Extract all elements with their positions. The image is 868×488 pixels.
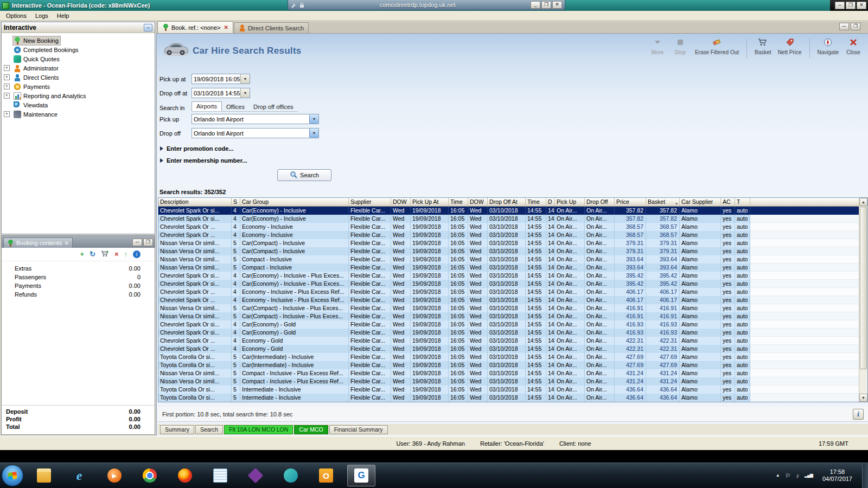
taskbar-app-button[interactable] <box>206 465 234 486</box>
result-row[interactable]: Nissan Versa Or simil...5Compact - Inclu… <box>158 255 859 264</box>
taskbar-app-button[interactable] <box>30 465 58 486</box>
tree-item[interactable]: Payments <box>2 82 155 91</box>
booking-contents-row[interactable]: Extras 0.00 <box>2 265 155 274</box>
expand-icon[interactable] <box>4 93 10 99</box>
tree-item[interactable]: Viewdata <box>2 100 155 110</box>
result-row[interactable]: Nissan Versa Or simil...5Car(Compact) - … <box>158 247 859 255</box>
result-row[interactable]: Chevrolet Spark Or ...4Economy - Inclusi… <box>158 223 859 231</box>
tree-item[interactable]: Direct Clients <box>2 73 155 82</box>
refresh-icon[interactable]: ↻ <box>90 251 95 258</box>
network-icon[interactable]: ▂▄▆ <box>805 472 813 479</box>
close-button[interactable]: Close <box>845 38 861 55</box>
expand-icon[interactable] <box>4 84 10 89</box>
tab-close-icon[interactable]: ✕ <box>64 240 68 246</box>
taskbar-clock[interactable]: 17:58 04/07/2017 <box>818 468 857 483</box>
info-button[interactable]: i <box>853 409 864 420</box>
panel-minimize-button[interactable]: ─ <box>839 23 849 30</box>
result-row[interactable]: Chevrolet Spark Or si...4Car(Economy) - … <box>158 320 859 329</box>
result-row[interactable]: Nissan Versa Or simil...5Compact - Inclu… <box>158 377 859 386</box>
scrollbar-thumb[interactable] <box>860 207 867 369</box>
search-in-option[interactable]: Drop off offices <box>249 102 298 111</box>
dropdown-arrow-icon[interactable]: ▼ <box>240 74 250 84</box>
scroll-up-icon[interactable]: ▲ <box>859 198 867 206</box>
section-tab[interactable]: Summary <box>160 425 194 434</box>
result-row[interactable]: Chevrolet Spark Or ...4Economy - GoldFle… <box>158 345 859 353</box>
column-header-pickup[interactable]: Pick Up <box>555 198 585 207</box>
column-header-dow1[interactable]: DOW <box>391 198 411 207</box>
menu-item[interactable]: Help <box>53 11 74 20</box>
panel-restore-button[interactable]: ❐ <box>851 23 860 30</box>
delete-icon[interactable]: × <box>114 251 119 258</box>
result-row[interactable]: Toyota Corolla Or si...5Intermediate - I… <box>158 394 859 402</box>
basket-button[interactable]: Basket <box>755 38 771 55</box>
add-icon[interactable]: + <box>80 251 84 258</box>
combo-arrow-icon[interactable]: ▼ <box>309 114 318 124</box>
dropoff-combo[interactable]: Orlando Intl Airport ▼ <box>192 128 319 138</box>
basket-add-icon[interactable] <box>101 250 109 259</box>
promotion-code-expander[interactable]: Enter promotion code... <box>160 145 233 152</box>
more-button[interactable]: More <box>649 38 666 55</box>
result-row[interactable]: Chevrolet Spark Or ...4Economy - Inclusi… <box>158 231 859 239</box>
info-icon[interactable]: i <box>133 251 141 258</box>
result-row[interactable]: Nissan Versa Or simil...5Compact - Inclu… <box>158 369 859 377</box>
column-header-supplier[interactable]: Supplier <box>349 198 391 207</box>
panel-minimize-button[interactable]: ─ <box>132 239 142 246</box>
result-row[interactable]: Toyota Corolla Or si...5Car(Intermediate… <box>158 361 859 369</box>
result-row[interactable]: Nissan Versa Or simil...5Compact - Inclu… <box>158 264 859 272</box>
section-tab[interactable]: Financial Summary <box>329 425 388 434</box>
show-desktop-button[interactable] <box>862 463 868 488</box>
window-close-button[interactable]: ✕ <box>857 2 866 9</box>
column-header-description[interactable]: Description <box>158 198 232 207</box>
pickup-combo[interactable]: Orlando Intl Airport ▼ <box>192 114 319 124</box>
result-row[interactable]: Chevrolet Spark Or si...4Car(Economy) - … <box>158 272 859 280</box>
document-tab[interactable]: Book. ref.: <none> ✕ <box>157 21 233 33</box>
navigate-button[interactable]: Navigate <box>818 38 839 55</box>
scroll-down-icon[interactable]: ▼ <box>859 394 867 402</box>
start-button[interactable] <box>2 465 23 486</box>
result-row[interactable]: Nissan Versa Or simil...5Car(Compact) - … <box>158 304 859 312</box>
taskbar-app-button[interactable] <box>65 465 93 486</box>
column-header-car_supplier[interactable]: Car Supplier <box>680 198 721 207</box>
result-row[interactable]: Chevrolet Spark Or ...4Economy - Inclusi… <box>158 288 859 296</box>
column-header-t[interactable]: T <box>735 198 750 207</box>
tree-item[interactable]: Completed Bookings <box>2 45 155 54</box>
result-row[interactable]: Toyota Corolla Or si...5Car(Intermediate… <box>158 353 859 361</box>
section-tab[interactable]: Flt 10A LON MCO LON <box>224 425 293 434</box>
taskbar-app-button[interactable] <box>241 465 270 486</box>
stop-button[interactable]: Stop <box>672 38 688 55</box>
expand-icon[interactable] <box>4 74 10 80</box>
menu-item[interactable]: Options <box>2 11 31 20</box>
tree-item[interactable]: Maintenance <box>2 110 155 119</box>
expand-icon[interactable] <box>4 111 10 117</box>
section-tab[interactable]: Search <box>195 425 223 434</box>
column-header-s[interactable]: S <box>232 198 240 207</box>
result-row[interactable]: Nissan Versa Or simil...5Car(Compact) - … <box>158 239 859 247</box>
rdp-close-button[interactable]: ✕ <box>552 1 562 9</box>
pin-icon[interactable] <box>291 2 297 8</box>
column-header-basket[interactable]: Basket <box>646 198 680 207</box>
booking-contents-tab[interactable]: Booking contents ✕ <box>3 237 73 248</box>
column-header-price[interactable]: Price <box>615 198 646 207</box>
result-row[interactable]: Chevrolet Spark Or si...4Car(Economy) - … <box>158 329 859 337</box>
section-tab[interactable]: Car MCO <box>294 425 328 434</box>
column-header-ac[interactable]: AC <box>721 198 735 207</box>
restore-icon[interactable]: ↑ <box>124 251 128 258</box>
tree-item[interactable]: Administrator <box>2 63 155 73</box>
column-header-pickup_at[interactable]: Pick Up At <box>411 198 449 207</box>
column-header-time2[interactable]: Time <box>526 198 546 207</box>
nett-price-button[interactable]: Nett Price <box>778 38 802 55</box>
result-row[interactable]: Chevrolet Spark Or ...4Economy - Inclusi… <box>158 296 859 304</box>
result-row[interactable]: Chevrolet Spark Or si...4Car(Economy) - … <box>158 215 859 223</box>
membership-number-expander[interactable]: Enter membership number... <box>160 157 247 164</box>
vertical-scrollbar[interactable]: ▲ ▼ <box>859 198 867 402</box>
dropoff-at-field[interactable]: 03/10/2018 14:55 ▼ <box>192 88 250 98</box>
result-row[interactable]: Toyota Corolla Or si...5Intermediate - I… <box>158 386 859 394</box>
tree-item[interactable]: Reporting and Analytics <box>2 91 155 100</box>
document-tab[interactable]: Direct Clients Search ✕ <box>234 22 309 33</box>
booking-contents-row[interactable]: Refunds 0.00 <box>2 291 155 300</box>
result-row[interactable]: Nissan Versa Or simil...5Car(Compact) - … <box>158 312 859 320</box>
panel-restore-button[interactable]: ❐ <box>143 239 153 246</box>
column-header-car_group[interactable]: Car Group <box>240 198 349 207</box>
column-header-d[interactable]: D <box>546 198 555 207</box>
rdp-minimize-button[interactable]: _ <box>531 1 540 9</box>
